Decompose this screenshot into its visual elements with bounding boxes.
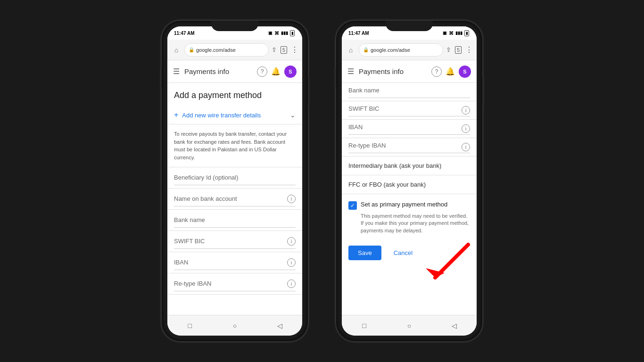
field-label-swift: SWIFT BIC <box>174 238 296 247</box>
info-icon-swift[interactable]: i <box>287 237 296 246</box>
page-title-left: Add a payment method <box>167 83 302 106</box>
checkbox-section: ✓ Set as primary payment method This pay… <box>342 194 477 241</box>
field-label-beneficiary: Beneficiary Id (optional) <box>174 174 296 183</box>
checkbox-row: ✓ Set as primary payment method <box>348 201 470 210</box>
field-iban[interactable]: IBAN i <box>167 252 302 273</box>
info-icon-retype-iban[interactable]: i <box>287 280 296 288</box>
scroll-content-left: Add a payment method + Add new wire tran… <box>167 83 302 315</box>
app-header-left: ☰ Payments info ? 🔔 S <box>167 60 302 83</box>
app-title-right: Payments info <box>359 67 427 75</box>
field-label-bank: Bank name <box>174 216 296 225</box>
save-button[interactable]: Save <box>348 246 381 260</box>
intermediary-bank: Intermediary bank (ask your bank) <box>342 156 477 175</box>
action-buttons: Save Cancel <box>342 241 477 265</box>
field-label-iban-right: IBAN <box>348 123 470 132</box>
field-label-swift-right: SWIFT BIC <box>348 105 470 114</box>
field-label-bank-right: Bank name <box>348 87 470 96</box>
info-icon-retype-iban-right[interactable]: i <box>462 143 470 151</box>
bell-icon-right[interactable]: 🔔 <box>446 67 455 76</box>
browser-actions-left: ⇧ 5 ⋮ <box>272 45 298 54</box>
field-swift-right[interactable]: SWIFT BIC i <box>342 101 477 120</box>
hamburger-icon-left[interactable]: ☰ <box>173 67 180 76</box>
field-beneficiary[interactable]: Beneficiary Id (optional) <box>167 167 302 189</box>
avatar-right[interactable]: S <box>459 66 471 78</box>
field-bank-name-right[interactable]: Bank name <box>342 83 477 101</box>
app-title-left: Payments info <box>184 67 252 75</box>
info-icon-swift-right[interactable]: i <box>462 106 470 115</box>
back-nav-btn-right[interactable]: ◁ <box>447 319 461 332</box>
info-icon-name[interactable]: i <box>287 195 296 203</box>
time-right: 11:47 AM <box>348 31 369 36</box>
url-bar-left[interactable]: 🔒 google.com/adse <box>184 43 269 57</box>
wifi-icon: ⌘ <box>274 31 279 36</box>
header-icons-right: ? 🔔 S <box>431 66 471 78</box>
menu-icon-left[interactable]: ⋮ <box>291 45 298 54</box>
right-phone: 11:47 AM ▣ ⌘ ▮▮▮ ▮ ⌂ 🔒 google.com/adse ⇧… <box>336 21 482 341</box>
header-icons-left: ? 🔔 S <box>257 66 297 78</box>
lock-icon-left: 🔒 <box>189 47 194 52</box>
home-button-left[interactable]: ⌂ <box>171 45 182 55</box>
notch <box>211 21 258 31</box>
signal-icon-right: ▮▮▮ <box>455 31 462 35</box>
lock-icon-right: 🔒 <box>363 47 369 52</box>
app-header-right: ☰ Payments info ? 🔔 S <box>342 60 477 83</box>
avatar-left[interactable]: S <box>284 66 297 78</box>
home-button-right[interactable]: ⌂ <box>346 45 356 55</box>
info-icon-iban[interactable]: i <box>287 258 296 267</box>
square-nav-btn-right[interactable]: □ <box>358 319 371 332</box>
add-wire-text: Add new wire transfer details <box>182 112 290 119</box>
bottom-nav-right: □ ○ ◁ <box>342 315 477 336</box>
field-bank-name[interactable]: Bank name <box>167 210 302 231</box>
screenshot-icon-right: ▣ <box>443 31 447 35</box>
notch-right <box>386 21 433 31</box>
circle-nav-btn-left[interactable]: ○ <box>228 319 241 332</box>
bottom-nav-left: □ ○ ◁ <box>167 315 302 336</box>
battery-icon: ▮ <box>290 30 295 36</box>
field-name-on-account[interactable]: Name on bank account i <box>167 189 302 210</box>
square-nav-btn-left[interactable]: □ <box>183 319 197 332</box>
ffc-fbo: FFC or FBO (ask your bank) <box>342 175 477 194</box>
back-nav-btn-left[interactable]: ◁ <box>273 319 286 332</box>
bell-icon-left[interactable]: 🔔 <box>271 67 281 76</box>
info-icon-iban-right[interactable]: i <box>462 124 470 133</box>
url-text-right: google.com/adse <box>371 47 410 53</box>
chevron-down-icon: ⌄ <box>290 111 296 119</box>
checkbox-description: This payment method may need to be verif… <box>348 213 470 234</box>
field-label-retype-iban-right: Re-type IBAN <box>348 142 470 151</box>
signal-icon: ▮▮▮ <box>281 31 288 35</box>
field-iban-right[interactable]: IBAN i <box>342 120 477 138</box>
wifi-icon-right: ⌘ <box>449 31 454 36</box>
menu-icon-right[interactable]: ⋮ <box>465 45 473 54</box>
field-retype-iban[interactable]: Re-type IBAN i <box>167 273 302 295</box>
hamburger-icon-right[interactable]: ☰ <box>347 67 354 76</box>
battery-icon-right: ▮ <box>464 30 469 36</box>
add-wire-row[interactable]: + Add new wire transfer details ⌄ <box>167 106 302 124</box>
field-label-iban: IBAN <box>174 259 296 268</box>
checkbox-label: Set as primary payment method <box>361 201 447 208</box>
screenshot-icon: ▣ <box>268 31 272 35</box>
url-text-left: google.com/adse <box>196 47 236 53</box>
tabs-icon-left[interactable]: 5 <box>281 46 287 54</box>
field-swift[interactable]: SWIFT BIC i <box>167 231 302 252</box>
help-icon-right[interactable]: ? <box>431 66 442 77</box>
tabs-icon-right[interactable]: 5 <box>455 46 462 54</box>
field-label-retype-iban: Re-type IBAN <box>174 280 296 289</box>
field-retype-iban-right[interactable]: Re-type IBAN i <box>342 138 477 156</box>
share-icon-right[interactable]: ⇧ <box>446 46 451 53</box>
cancel-button[interactable]: Cancel <box>386 246 420 260</box>
share-icon-left[interactable]: ⇧ <box>272 46 277 53</box>
primary-method-checkbox[interactable]: ✓ <box>348 201 357 210</box>
browser-bar-right: ⌂ 🔒 google.com/adse ⇧ 5 ⋮ <box>342 40 477 60</box>
info-text: To receive payouts by bank transfer, con… <box>167 124 302 167</box>
field-label-name: Name on bank account <box>174 195 296 204</box>
browser-bar-left: ⌂ 🔒 google.com/adse ⇧ 5 ⋮ <box>167 40 302 60</box>
status-icons-right: ▣ ⌘ ▮▮▮ ▮ <box>443 30 469 36</box>
status-icons-left: ▣ ⌘ ▮▮▮ ▮ <box>268 30 295 36</box>
help-icon-left[interactable]: ? <box>257 66 267 77</box>
add-icon: + <box>174 111 178 119</box>
browser-actions-right: ⇧ 5 ⋮ <box>446 45 473 54</box>
url-bar-right[interactable]: 🔒 google.com/adse <box>359 43 443 57</box>
time-left: 11:47 AM <box>174 31 195 36</box>
circle-nav-btn-right[interactable]: ○ <box>403 319 416 332</box>
scroll-content-right: Bank name SWIFT BIC i IBAN i Re-type IBA… <box>342 83 477 315</box>
